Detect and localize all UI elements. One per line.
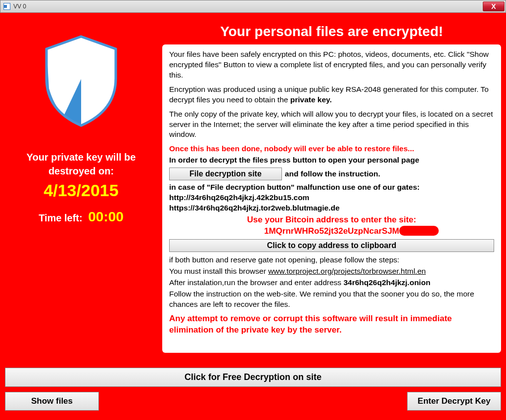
onion-instruction: After instalation,run the browser and en… (169, 278, 494, 288)
destroy-label: Your private key will be destroyed on: (5, 150, 157, 178)
file-decryption-button[interactable]: File decryption site (169, 168, 282, 180)
decrypt-row: File decryption site and follow the inst… (169, 168, 494, 180)
copy-address-button[interactable]: Click to copy address to clipboard (169, 239, 494, 252)
free-decryption-button[interactable]: Click for Free Decryption on site (5, 368, 501, 387)
app-icon (3, 3, 10, 10)
left-panel: Your private key will be destroyed on: 4… (5, 17, 157, 363)
enter-key-button[interactable]: Enter Decrypt Key (407, 392, 501, 411)
main-panel: Your private key will be destroyed on: 4… (0, 13, 506, 420)
main-heading: Your personal files are encrypted! (162, 17, 501, 44)
time-left-row: Time left: 00:00 (5, 209, 157, 225)
bitcoin-label: Use your Bitcoin address to enter the si… (169, 214, 494, 226)
redaction-mark (399, 226, 439, 236)
bottom-row: Show files Enter Decrypt Key (5, 392, 501, 411)
private-key-text: The only copy of the private key, which … (169, 109, 494, 140)
intro-text: Your files have been safely encrypted on… (169, 49, 494, 81)
decrypt-instruction: In order to decrypt the files press butt… (169, 155, 494, 166)
right-panel: Your personal files are encrypted! Your … (162, 17, 501, 363)
shield-icon (39, 32, 123, 130)
upper-section: Your private key will be destroyed on: 4… (5, 17, 501, 363)
encryption-text: Encryption was produced using a unique p… (169, 84, 494, 105)
onion-address: 34r6hq26q2h4jkzj.onion (343, 278, 430, 287)
gates-intro: in case of "File decryption button" malf… (169, 182, 494, 193)
follow-instruction: and follow the instruction. (285, 169, 380, 179)
fallback-intro: if both button and reserve gate not open… (169, 255, 494, 265)
close-button[interactable]: X (483, 1, 505, 11)
install-browser: You must install this browser www.torpro… (169, 266, 494, 277)
destroy-date: 4/13/2015 (5, 181, 157, 200)
info-box: Your files have been safely encrypted on… (162, 44, 501, 353)
bitcoin-address-row: 1MQrnrWHRo52jt32eUzpNcarSJM (169, 226, 494, 237)
gate-url-1: http://34r6hq26q2h4jkzj.42k2bu15.com (169, 193, 494, 203)
tor-link[interactable]: www.torproject.org/projects/torbrowser.h… (268, 267, 426, 275)
reminder-text: Follow the instruction on the web-site. … (169, 289, 494, 310)
bitcoin-address: 1MQrnrWHRo52jt32eUzpNcarSJM (264, 226, 399, 236)
removal-warning: Any attempt to remove or corrupt this so… (169, 313, 494, 336)
time-left-value: 00:00 (88, 209, 124, 224)
time-left-label: Time left: (39, 212, 83, 223)
show-files-button[interactable]: Show files (5, 392, 99, 411)
window-title: VV 0 (13, 3, 26, 10)
window-titlebar: VV 0 X (0, 0, 506, 13)
gate-url-2: https://34r6hq26q2h4jkzj.tor2web.blutmag… (169, 203, 494, 213)
warning-restore: Once this has been done, nobody will eve… (169, 144, 494, 154)
